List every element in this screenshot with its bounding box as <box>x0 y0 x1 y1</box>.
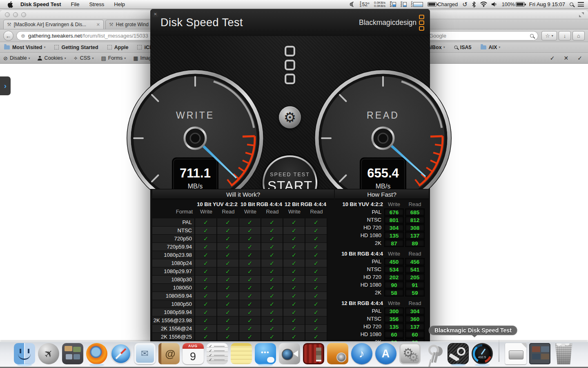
dock-item-notes[interactable] <box>230 341 252 364</box>
active-app-menu[interactable]: Disk Speed Test <box>20 1 61 7</box>
dock-item-messages[interactable]: ••• <box>254 341 276 364</box>
bookmark-most-visited[interactable]: Most Visited▾ <box>4 45 45 50</box>
check-cell: ✓ <box>283 259 305 267</box>
check-icon: ✓ <box>314 333 319 340</box>
check-icon: ✓ <box>225 325 231 332</box>
home-button[interactable]: ⌂ <box>572 31 585 40</box>
battery-menu-item[interactable]: Charged <box>428 1 458 7</box>
sidebar-toggle[interactable]: › <box>0 76 11 95</box>
check-cell: ✓ <box>283 227 305 235</box>
dock-item-facetime[interactable] <box>278 341 301 364</box>
menu-stress[interactable]: Stress <box>89 1 104 7</box>
window-zoom-button[interactable] <box>21 12 26 17</box>
format-label: 2K <box>335 289 383 296</box>
volume-icon[interactable] <box>492 2 497 7</box>
tab-1[interactable]: ⚒ [MacBook Air] Ervaringen & Dis... ✕ <box>3 20 104 29</box>
devbar-status-icon-1[interactable]: ✓ <box>550 55 555 61</box>
bookmark-star-button[interactable]: ☆▾ <box>541 31 557 40</box>
check-icon: ✓ <box>270 301 275 307</box>
disk-menu-item[interactable]: HDD <box>401 1 407 7</box>
write-value: 304 <box>384 224 404 231</box>
notification-list-icon[interactable] <box>578 2 584 7</box>
keychain-access-icon <box>423 343 445 364</box>
tab-close-icon[interactable]: ✕ <box>93 22 100 27</box>
devbar-cookies[interactable]: Cookies▾ <box>38 55 66 61</box>
wifi-icon[interactable] <box>480 2 487 7</box>
time-machine-icon[interactable]: ↺ <box>462 1 468 8</box>
group-name: 10 Bit RGB 4:4:4 <box>335 251 383 257</box>
window-minimize-button[interactable] <box>13 12 18 17</box>
dock-item-steam[interactable] <box>447 341 469 364</box>
firefox-icon <box>86 343 107 364</box>
check-icon: ✓ <box>292 227 297 234</box>
dock-item-mail[interactable]: ✉ <box>134 341 156 364</box>
dock-item-trash[interactable] <box>553 341 575 364</box>
dock-item-launchpad[interactable]: ✈ <box>38 341 60 364</box>
format-label: 2K 1556@24 <box>152 325 195 333</box>
search-input[interactable]: Google <box>425 31 538 40</box>
dock-item-firefox[interactable] <box>86 341 108 364</box>
read-value: 59 <box>405 289 425 296</box>
group-name: 12 Bit RGB 4:4:4 <box>335 300 383 306</box>
dock-item-screenshots[interactable] <box>529 341 551 364</box>
window-resize-icon[interactable] <box>579 12 584 17</box>
settings-button[interactable]: ⚙ <box>279 106 301 128</box>
battery-percent-item[interactable]: 100% <box>502 2 525 7</box>
url-path: /forum/list_messages/15033 <box>82 33 148 39</box>
menu-clock[interactable]: Fri Aug 9 15:07 <box>529 1 565 7</box>
bookmark-isa5[interactable]: ISA5 <box>454 45 472 50</box>
dock-item-contacts[interactable]: @ <box>158 341 180 364</box>
network-menu-item[interactable]: 0.0KB/s0.0KB/s <box>374 1 385 8</box>
check-cell: ✓ <box>195 316 217 325</box>
dock-item-calendar[interactable]: AUG9 <box>182 341 204 364</box>
dock-item-itunes[interactable]: ♪ <box>351 341 373 364</box>
search-icon[interactable] <box>530 34 534 38</box>
check-icon: ✓ <box>203 260 209 267</box>
dock-item-system-preferences[interactable]: ⚙ <box>399 341 421 364</box>
back-button[interactable]: ← <box>3 31 13 41</box>
window-close-button[interactable] <box>5 12 10 17</box>
read-value: 812 <box>405 216 425 224</box>
check-icon: ✓ <box>314 276 319 283</box>
dock-item-disk-image[interactable] <box>505 341 527 364</box>
signal-icon[interactable] <box>350 2 355 7</box>
check-cell: ✓ <box>305 300 327 308</box>
memory-menu-item[interactable]: MEM <box>390 1 396 7</box>
devbar-forms[interactable]: ▤Forms▾ <box>101 55 126 61</box>
devbar-status-icon-3[interactable]: ✓ <box>577 55 582 61</box>
finder-icon <box>14 343 35 364</box>
check-cell: ✓ <box>195 251 217 259</box>
devbar-css[interactable]: ✧CSS▾ <box>74 55 94 61</box>
apple-menu[interactable] <box>7 1 13 8</box>
dock-item-photo-booth[interactable] <box>303 341 325 364</box>
check-icon: ✓ <box>203 235 209 242</box>
howfast-group: 10 Bit YUV 4:2:2WriteReadPAL676685NTSC80… <box>335 200 429 247</box>
sensor-menu-item[interactable]: SEN 52° <box>360 1 370 7</box>
devbar-label: Disable <box>10 55 27 61</box>
bluetooth-icon[interactable] <box>472 2 476 7</box>
bookmark-aix[interactable]: AIX▾ <box>481 45 501 50</box>
check-icon: ✓ <box>247 301 253 307</box>
dock-item-reminders[interactable] <box>206 341 228 364</box>
forms-icon: ▤ <box>101 55 106 61</box>
disable-icon: ⊘ <box>3 55 8 61</box>
dock-item-finder[interactable] <box>13 341 36 364</box>
dock-item-keychain-access[interactable] <box>423 341 445 364</box>
check-cell: ✓ <box>305 267 327 276</box>
dock-item-mission-control[interactable] <box>62 341 84 364</box>
app-close-button[interactable]: ✕ <box>152 11 158 17</box>
dock-item-safari[interactable] <box>110 341 132 364</box>
dock-item-app-store[interactable]: A <box>375 341 397 364</box>
cpu-menu-item[interactable]: CPU <box>411 1 423 7</box>
dock-item-iphoto[interactable] <box>327 341 349 364</box>
bookmark-apple[interactable]: Apple <box>107 45 129 50</box>
menu-help[interactable]: Help <box>114 1 125 7</box>
dock-item-disk-speed-test[interactable]: 432.5 <box>471 341 493 364</box>
spotlight-icon[interactable] <box>570 2 573 6</box>
downloads-button[interactable]: ↓ <box>559 31 571 40</box>
devbar-status-icon-2[interactable]: ✕ <box>564 55 569 61</box>
devbar-disable[interactable]: ⊘Disable▾ <box>3 55 30 61</box>
blackmagic-logo-icon <box>419 15 424 31</box>
bookmark-getting-started[interactable]: Getting Started <box>54 45 98 50</box>
menu-file[interactable]: File <box>71 1 79 7</box>
